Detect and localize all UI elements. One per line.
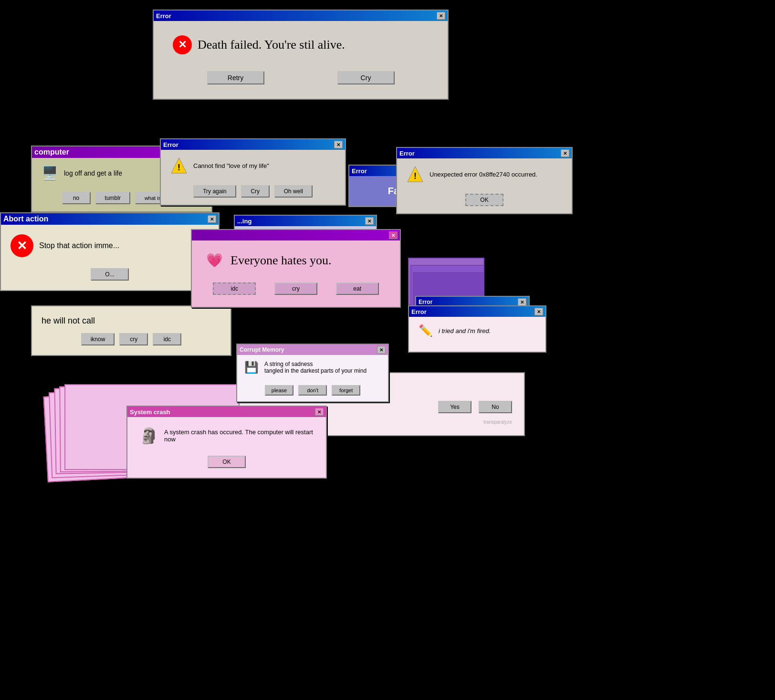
computer-tumblr-btn[interactable]: tumblr bbox=[95, 192, 130, 204]
love-error-title: Error bbox=[163, 141, 178, 148]
love-error-ohwell-btn[interactable]: Oh well bbox=[274, 185, 313, 198]
unexpected-error-icon: ! bbox=[407, 166, 424, 183]
crash-icon: 🗿 bbox=[139, 427, 158, 445]
loading-title: ...ing bbox=[237, 218, 251, 225]
tried-close-btn[interactable]: ✕ bbox=[534, 308, 543, 315]
love-error-titlebar-buttons: ✕ bbox=[334, 141, 343, 148]
unexpected-error-message: Unexpected error 0x8ffe2740 occurred. bbox=[429, 171, 537, 178]
love-error-message: Cannot find "love of my life" bbox=[193, 162, 269, 169]
crash-titlebar-buttons: ✕ bbox=[315, 408, 324, 416]
unexpected-error-close-btn[interactable]: ✕ bbox=[561, 149, 569, 157]
abort-ok-btn[interactable]: O... bbox=[91, 268, 129, 281]
main-error-cry-btn[interactable]: Cry bbox=[337, 71, 395, 84]
everyone-icon: 💗 bbox=[206, 252, 223, 268]
corrupt-close-btn[interactable]: ✕ bbox=[377, 346, 386, 354]
notcall-iknow-btn[interactable]: iknow bbox=[81, 333, 115, 345]
crash-close-btn[interactable]: ✕ bbox=[315, 408, 324, 416]
main-error-message: Death failed. You're stil alive. bbox=[198, 38, 345, 52]
corrupt-message: A string of sadness tangled in the darke… bbox=[264, 361, 367, 374]
feelings-watermark: transparalyze bbox=[483, 419, 512, 425]
crash-message: A system crash has occured. The computer… bbox=[164, 428, 314, 443]
everyone-close-btn[interactable]: ✕ bbox=[389, 231, 398, 239]
tried-icon: ✏️ bbox=[419, 324, 433, 337]
abort-message: Stop that action imme... bbox=[39, 241, 119, 250]
everyone-message: Everyone hates you. bbox=[230, 253, 332, 268]
abort-icon: ✕ bbox=[10, 234, 33, 257]
fail-title: Error bbox=[352, 167, 367, 175]
tried-title: Error bbox=[411, 308, 427, 315]
feelings-no-btn[interactable]: No bbox=[479, 401, 512, 413]
tried-window: Error ✕ ✏️ i tried and i'm fired. bbox=[408, 305, 546, 353]
notcall-cry-btn[interactable]: cry bbox=[119, 333, 148, 345]
tried-message: i tried and i'm fired. bbox=[439, 327, 491, 334]
error-sm-close-btn[interactable]: ✕ bbox=[518, 298, 526, 306]
error-sm-titlebar-buttons: ✕ bbox=[518, 298, 526, 306]
main-error-icon: ✕ bbox=[173, 35, 192, 54]
unexpected-error-title: Error bbox=[399, 150, 415, 157]
notcall-idc-btn[interactable]: idc bbox=[153, 333, 181, 345]
abort-window: Abort action ✕ ✕ Stop that action imme..… bbox=[0, 212, 220, 291]
unexpected-error-titlebar: Error ✕ bbox=[397, 148, 572, 158]
crash-window: System crash ✕ 🗿 A system crash has occu… bbox=[126, 406, 327, 479]
loading-titlebar: ...ing ✕ bbox=[235, 216, 376, 226]
main-error-window: Error ✕ ✕ Death failed. You're stil aliv… bbox=[153, 10, 449, 100]
error-sm-title: Error bbox=[419, 299, 432, 305]
feelings-yes-btn[interactable]: Yes bbox=[438, 401, 471, 413]
love-error-window: Error ✕ ! Cannot find "love of my life" … bbox=[160, 138, 346, 206]
loading-titlebar-buttons: ✕ bbox=[365, 217, 374, 225]
love-error-close-btn[interactable]: ✕ bbox=[334, 141, 343, 148]
love-error-icon: ! bbox=[170, 157, 188, 174]
main-error-retry-btn[interactable]: Retry bbox=[207, 71, 264, 84]
corrupt-dont-btn[interactable]: don't bbox=[298, 385, 327, 396]
unexpected-error-window: Error ✕ ! Unexpected error 0x8ffe2740 oc… bbox=[396, 147, 573, 214]
main-error-titlebar-buttons: ✕ bbox=[437, 12, 445, 20]
unexpected-error-ok-btn[interactable]: OK bbox=[465, 194, 503, 206]
crash-title: System crash bbox=[130, 408, 170, 416]
computer-message: log off and get a life bbox=[64, 169, 122, 177]
notcall-window: he will not call iknow cry idc bbox=[31, 305, 231, 356]
everyone-eat-btn[interactable]: eat bbox=[336, 282, 379, 295]
everyone-cry-btn[interactable]: cry bbox=[274, 282, 317, 295]
corrupt-icon: 💾 bbox=[244, 361, 259, 374]
corrupt-titlebar-buttons: ✕ bbox=[377, 346, 386, 354]
love-error-cry-btn[interactable]: Cry bbox=[241, 185, 270, 198]
notcall-message: he will not call bbox=[42, 316, 221, 326]
everyone-window: ✕ 💗 Everyone hates you. idc cry eat bbox=[191, 229, 401, 308]
notcall-body: he will not call iknow cry idc bbox=[32, 306, 230, 355]
unexpected-error-titlebar-buttons: ✕ bbox=[561, 149, 569, 157]
abort-titlebar-buttons: ✕ bbox=[208, 215, 216, 223]
computer-title: computer bbox=[34, 148, 69, 157]
corrupt-titlebar: Corrupt Memory ✕ bbox=[237, 345, 388, 355]
crash-titlebar: System crash ✕ bbox=[127, 407, 326, 417]
tried-titlebar-buttons: ✕ bbox=[534, 308, 543, 315]
love-error-tryagain-btn[interactable]: Try again bbox=[193, 185, 236, 198]
computer-icon: 🖥️ bbox=[42, 165, 58, 181]
main-error-titlebar: Error ✕ bbox=[154, 10, 448, 21]
love-error-titlebar: Error ✕ bbox=[161, 139, 345, 150]
main-error-title: Error bbox=[156, 12, 171, 20]
abort-titlebar: Abort action ✕ bbox=[1, 213, 219, 225]
abort-close-btn[interactable]: ✕ bbox=[208, 215, 216, 223]
corrupt-window: Corrupt Memory ✕ 💾 A string of sadness t… bbox=[236, 344, 389, 402]
crash-ok-btn[interactable]: OK bbox=[208, 456, 246, 468]
abort-title: Abort action bbox=[3, 215, 48, 223]
main-error-close-btn[interactable]: ✕ bbox=[437, 12, 445, 20]
corrupt-please-btn[interactable]: please bbox=[265, 385, 293, 396]
computer-no-btn[interactable]: no bbox=[62, 192, 91, 204]
everyone-titlebar: ✕ bbox=[192, 230, 400, 240]
corrupt-forget-btn[interactable]: forget bbox=[332, 385, 360, 396]
loading-close-btn[interactable]: ✕ bbox=[365, 217, 374, 225]
everyone-idc-btn[interactable]: idc bbox=[213, 282, 256, 295]
svg-text:!: ! bbox=[178, 163, 180, 172]
svg-text:!: ! bbox=[414, 171, 417, 181]
everyone-titlebar-buttons: ✕ bbox=[389, 231, 398, 239]
corrupt-title: Corrupt Memory bbox=[240, 346, 284, 353]
tried-titlebar: Error ✕ bbox=[409, 306, 545, 317]
